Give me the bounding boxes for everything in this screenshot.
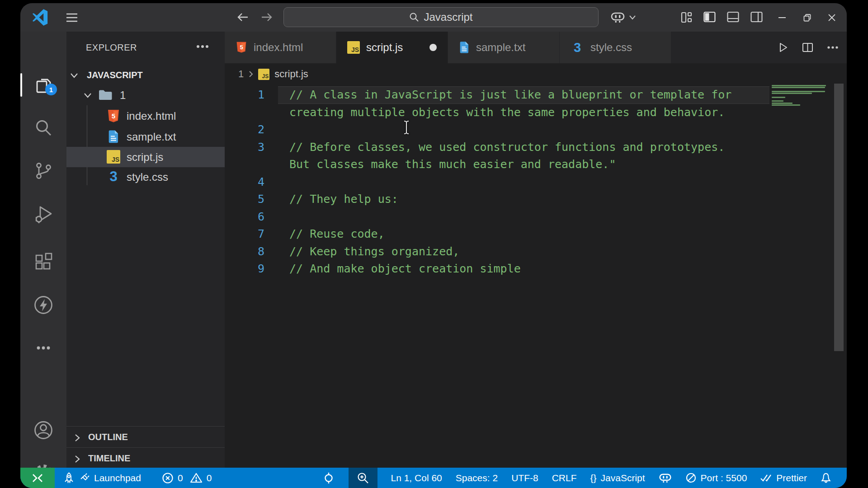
code-lines[interactable]: 1// A class in JavaScript is just like a… xyxy=(225,86,847,278)
more-views-icon[interactable] xyxy=(33,338,53,358)
command-center-search[interactable]: Javascript xyxy=(283,7,599,27)
explorer-title: EXPLORER xyxy=(86,42,137,53)
chevron-down-icon xyxy=(70,73,78,78)
notifications-bell-icon[interactable] xyxy=(821,472,831,484)
line-number: 3 xyxy=(225,139,264,156)
cursor-position-item[interactable]: Ln 1, Col 60 xyxy=(391,473,442,483)
outline-label: OUTLINE xyxy=(88,432,128,442)
back-arrow-icon[interactable] xyxy=(236,11,249,23)
split-editor-icon[interactable] xyxy=(802,42,813,52)
minimize-button[interactable] xyxy=(774,10,790,25)
editor-area: 5 index.html JS script.js xyxy=(225,32,847,468)
code-row[interactable]: 1// A class in JavaScript is just like a… xyxy=(225,86,847,104)
tab-script-js[interactable]: JS script.js xyxy=(336,32,448,63)
close-button[interactable] xyxy=(824,10,840,25)
restore-button[interactable] xyxy=(799,10,815,25)
tab-index-html[interactable]: 5 index.html xyxy=(225,32,336,63)
mouse-ibeam-cursor xyxy=(402,120,411,135)
language-item[interactable]: {} JavaScript xyxy=(590,473,645,483)
encoding-item[interactable]: UTF-8 xyxy=(511,473,538,483)
formatter-item[interactable]: Prettier xyxy=(760,473,807,483)
zoom-status-item[interactable] xyxy=(349,468,377,488)
problems-item[interactable]: 0 0 xyxy=(162,472,212,484)
launchpad-label: Launchpad xyxy=(94,473,141,483)
text-file-icon xyxy=(108,130,119,144)
editor-scrollbar[interactable] xyxy=(834,84,844,351)
vscode-logo-icon xyxy=(32,9,48,26)
search-view-icon[interactable] xyxy=(33,118,53,138)
forward-arrow-icon[interactable] xyxy=(260,11,273,23)
workspace-root-item[interactable]: JAVASCRIPT xyxy=(66,65,225,85)
breadcrumb-file[interactable]: script.js xyxy=(274,68,308,80)
file-item-index-html[interactable]: 5 index.html xyxy=(66,106,225,126)
account-icon[interactable] xyxy=(33,420,53,440)
file-item-style-css[interactable]: 3 style.css xyxy=(66,167,225,187)
lightning-icon[interactable] xyxy=(33,295,53,315)
code-row[interactable]: creating multiple objects with the same … xyxy=(225,104,847,122)
chevron-right-icon xyxy=(75,455,80,463)
editor-more-actions-icon[interactable] xyxy=(827,46,839,49)
chevron-down-icon[interactable] xyxy=(629,15,636,20)
code-row[interactable]: 3// Before classes, we used constructor … xyxy=(225,139,847,156)
svg-text:5: 5 xyxy=(112,112,115,120)
code-row[interactable]: 4 xyxy=(225,174,847,191)
code-row[interactable]: 6 xyxy=(225,208,847,226)
tab-sample-txt[interactable]: sample.txt xyxy=(448,32,560,63)
tab-label: style.css xyxy=(590,41,632,54)
screencast-icon[interactable] xyxy=(322,472,335,484)
file-name: sample.txt xyxy=(127,131,176,143)
toggle-panel-icon[interactable] xyxy=(726,11,740,23)
run-debug-icon[interactable] xyxy=(33,204,53,224)
indentation-item[interactable]: Spaces: 2 xyxy=(456,473,498,483)
remote-indicator[interactable] xyxy=(20,468,55,488)
toggle-primary-sidebar-icon[interactable] xyxy=(703,11,716,23)
code-text: // Reuse code, xyxy=(289,225,385,243)
unsaved-dot-icon[interactable] xyxy=(429,44,437,51)
minimap[interactable] xyxy=(772,85,827,106)
outline-section-header[interactable]: OUTLINE xyxy=(66,426,225,448)
launchpad-item[interactable]: Launchpad xyxy=(63,472,141,484)
error-icon xyxy=(162,472,174,484)
code-text: // Before classes, we used constructor f… xyxy=(289,139,725,156)
copilot-icon[interactable] xyxy=(610,11,625,23)
toggle-secondary-sidebar-icon[interactable] xyxy=(750,11,763,23)
minimap-line xyxy=(772,100,783,102)
explorer-more-actions-icon[interactable] xyxy=(196,44,209,49)
run-file-icon[interactable] xyxy=(778,42,788,53)
menu-hamburger-icon[interactable] xyxy=(66,12,78,23)
js-file-icon: JS xyxy=(107,150,120,164)
file-item-sample-txt[interactable]: sample.txt xyxy=(66,127,225,147)
code-row[interactable]: But classes make this much easier and re… xyxy=(225,156,847,174)
file-item-script-js[interactable]: JS script.js xyxy=(66,147,225,167)
code-text: creating multiple objects with the same … xyxy=(289,104,725,122)
customize-layout-icon[interactable] xyxy=(680,11,693,23)
minimap-line xyxy=(772,103,793,104)
tab-label: sample.txt xyxy=(476,41,525,54)
code-text: // Keep things organized, xyxy=(289,243,459,261)
breadcrumb-folder[interactable]: 1 xyxy=(238,68,244,80)
tab-style-css[interactable]: 3 style.css xyxy=(560,32,671,63)
code-row[interactable]: 7// Reuse code, xyxy=(225,225,847,243)
timeline-label: TIMELINE xyxy=(88,453,130,464)
minimap-line xyxy=(772,85,826,86)
file-name: index.html xyxy=(127,110,176,122)
workspace-name: JAVASCRIPT xyxy=(87,70,143,80)
eol-item[interactable]: CRLF xyxy=(552,473,577,483)
chevron-right-icon xyxy=(249,70,253,78)
extensions-icon[interactable] xyxy=(33,251,53,271)
copilot-status-icon[interactable] xyxy=(659,473,672,483)
breadcrumb[interactable]: 1 JS script.js xyxy=(238,63,308,85)
line-number: 1 xyxy=(225,86,264,104)
code-row[interactable]: 5// They help us: xyxy=(225,191,847,208)
code-row[interactable]: 9// And make object creation simple xyxy=(225,260,847,278)
language-label: JavaScript xyxy=(601,473,645,483)
folder-item[interactable]: 1 xyxy=(66,85,225,105)
remote-icon xyxy=(31,472,44,484)
code-row[interactable]: 2 xyxy=(225,121,847,139)
code-row[interactable]: 8// Keep things organized, xyxy=(225,243,847,261)
timeline-section-header[interactable]: TIMELINE xyxy=(66,447,225,468)
braces-icon: {} xyxy=(590,473,597,483)
live-server-port-item[interactable]: Port : 5500 xyxy=(685,472,747,483)
error-count: 0 xyxy=(178,473,183,483)
source-control-icon[interactable] xyxy=(33,161,53,181)
